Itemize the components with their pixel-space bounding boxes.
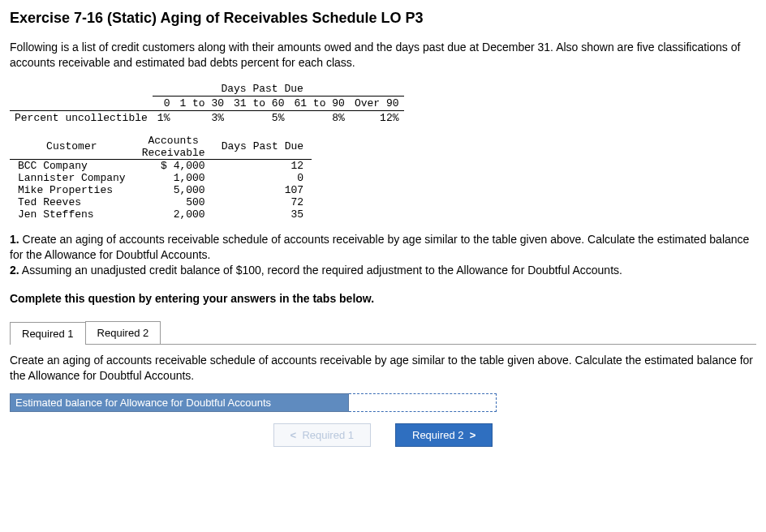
- answer-table: Estimated balance for Allowance for Doub…: [10, 393, 497, 412]
- cust-dpd: 12: [213, 159, 312, 172]
- req-1-text: Create an aging of accounts receivable s…: [10, 233, 749, 261]
- complete-prompt: Complete this question by entering your …: [10, 292, 756, 305]
- req-2-text: Assuming an unadjusted credit balance of…: [22, 264, 622, 277]
- cust-name: BCC Company: [10, 159, 134, 172]
- cust-dpd: 107: [213, 184, 312, 196]
- tab-required-2[interactable]: Required 2: [85, 321, 161, 344]
- col-ar: AccountsReceivable: [134, 135, 213, 160]
- chevron-left-icon: <: [290, 429, 297, 441]
- customers-table: Customer AccountsReceivable Days Past Du…: [10, 135, 312, 221]
- percent-row-label: Percent uncollectible: [10, 110, 153, 125]
- bucket-4: Over 90: [350, 96, 404, 110]
- table-row: Lannister Company 1,000 0: [10, 172, 312, 184]
- cust-name: Lannister Company: [10, 172, 134, 184]
- estimated-balance-input[interactable]: [349, 394, 497, 412]
- nav-buttons: < Required 1 Required 2 >: [10, 423, 756, 447]
- cust-ar: 1,000: [134, 172, 213, 184]
- chevron-right-icon: >: [470, 429, 476, 441]
- cust-name: Jen Steffens: [10, 208, 134, 221]
- tab-required-1[interactable]: Required 1: [10, 322, 86, 345]
- days-past-due-header: Days Past Due: [174, 82, 349, 97]
- table-row: Mike Properties 5,000 107: [10, 184, 312, 196]
- col-dpd: Days Past Due: [213, 135, 312, 160]
- cust-ar: 5,000: [134, 184, 213, 196]
- pct-2: 5%: [229, 110, 289, 125]
- cust-ar: $ 4,000: [134, 159, 213, 172]
- page-title: Exercise 7-16 (Static) Aging of Receivab…: [10, 10, 756, 27]
- tabs-bar: Required 1 Required 2: [10, 321, 756, 345]
- cust-name: Mike Properties: [10, 184, 134, 196]
- intro-paragraph: Following is a list of credit customers …: [10, 40, 756, 71]
- bucket-3: 61 to 90: [289, 96, 349, 110]
- prev-button-label: Required 1: [302, 429, 354, 441]
- table-row: Ted Reeves 500 72: [10, 196, 312, 208]
- req-2-number: 2.: [10, 264, 19, 277]
- table-row: Jen Steffens 2,000 35: [10, 208, 312, 221]
- cust-dpd: 0: [213, 172, 312, 184]
- cust-ar: 500: [134, 196, 213, 208]
- cust-ar: 2,000: [134, 208, 213, 221]
- pct-1: 3%: [174, 110, 229, 125]
- requirement-2: 2. Assuming an unadjusted credit balance…: [10, 263, 756, 278]
- next-button-label: Required 2: [412, 429, 464, 441]
- estimated-balance-label: Estimated balance for Allowance for Doub…: [11, 394, 349, 412]
- blank-cell: [10, 82, 153, 97]
- cust-dpd: 35: [213, 208, 312, 221]
- cust-name: Ted Reeves: [10, 196, 134, 208]
- prev-button: < Required 1: [273, 423, 371, 447]
- bucket-2: 31 to 60: [229, 96, 289, 110]
- requirements-list: 1. Create an aging of accounts receivabl…: [10, 232, 756, 278]
- pct-3: 8%: [289, 110, 349, 125]
- pct-0: 1%: [153, 110, 175, 125]
- bucket-0: 0: [153, 96, 175, 110]
- cust-dpd: 72: [213, 196, 312, 208]
- table-row: BCC Company $ 4,000 12: [10, 159, 312, 172]
- percent-table: Days Past Due 0 1 to 30 31 to 60 61 to 9…: [10, 82, 404, 125]
- next-button[interactable]: Required 2 >: [395, 423, 493, 447]
- col-customer: Customer: [10, 135, 134, 160]
- active-tab-description: Create an aging of accounts receivable s…: [10, 353, 756, 384]
- bucket-1: 1 to 30: [174, 96, 229, 110]
- pct-4: 12%: [350, 110, 404, 125]
- req-1-number: 1.: [10, 233, 19, 246]
- requirement-1: 1. Create an aging of accounts receivabl…: [10, 232, 756, 263]
